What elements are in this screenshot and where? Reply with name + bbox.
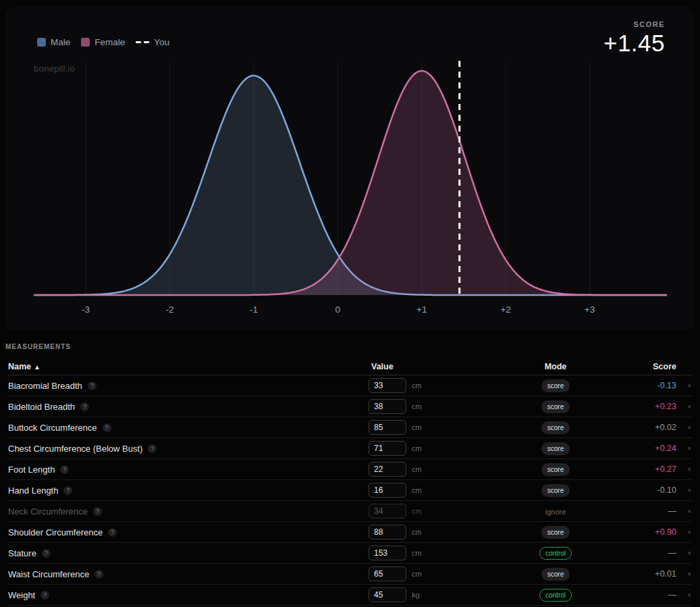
value-input[interactable]	[369, 378, 406, 393]
mode-badge-control[interactable]: control	[539, 589, 572, 602]
unit-label: cm	[412, 528, 422, 536]
value-input[interactable]	[369, 504, 406, 519]
legend-label: Female	[95, 37, 125, 47]
x-tick-label: -1	[250, 305, 258, 315]
measurement-name: Buttock Circumference	[8, 423, 97, 433]
row-score: +0.90	[599, 527, 676, 537]
remove-row-button[interactable]: ×	[676, 571, 692, 578]
measurement-row: Waist Circumference?cmscore+0.01×	[8, 564, 692, 585]
measurement-row: Neck Circumference?cmignore—×	[8, 501, 692, 522]
unit-label: cm	[412, 465, 422, 473]
value-input[interactable]	[369, 399, 406, 414]
row-score: +0.24	[599, 444, 676, 453]
measurement-name: Waist Circumference	[8, 569, 89, 579]
mode-badge-score[interactable]: score	[541, 400, 570, 413]
unit-label: cm	[412, 402, 422, 411]
dash-line-icon	[136, 41, 149, 43]
row-score: +0.23	[599, 402, 676, 411]
unit-label: cm	[412, 570, 422, 578]
help-icon[interactable]: ?	[42, 549, 51, 558]
score-box: SCORE +1.45	[603, 20, 665, 57]
measurement-name: Shoulder Circumference	[8, 527, 103, 537]
mode-badge-score[interactable]: score	[541, 568, 570, 581]
measurements-section-label: MEASUREMENTS	[5, 343, 700, 350]
mode-badge-ignore[interactable]: ignore	[545, 508, 566, 516]
help-icon[interactable]: ?	[95, 570, 103, 579]
mode-badge-score[interactable]: score	[541, 526, 570, 539]
female-distribution-area	[34, 71, 667, 295]
measurement-row: Stature?cmcontrol—×	[8, 543, 692, 564]
distribution-plot: -3-2-10+1+2+3	[34, 53, 678, 319]
male-swatch-icon	[37, 38, 46, 47]
value-input[interactable]	[369, 566, 406, 581]
remove-row-button[interactable]: ×	[676, 382, 692, 390]
mode-badge-score[interactable]: score	[541, 379, 570, 392]
help-icon[interactable]: ?	[108, 528, 117, 537]
unit-label: cm	[412, 444, 422, 452]
measurement-row: Foot Length?cmscore+0.27×	[8, 459, 692, 480]
help-icon[interactable]: ?	[41, 591, 49, 600]
measurement-row: Bideltoid Breadth?cmscore+0.23×	[8, 396, 692, 417]
sort-ascending-icon: ▲	[34, 363, 41, 371]
help-icon[interactable]: ?	[80, 402, 89, 411]
legend-label: Male	[51, 37, 70, 47]
column-header-mode[interactable]: Mode	[512, 362, 599, 371]
remove-row-button[interactable]: ×	[676, 445, 692, 452]
remove-row-button[interactable]: ×	[676, 466, 692, 473]
value-input[interactable]	[369, 462, 406, 477]
measurement-row: Weight?kgcontrol—×	[8, 585, 692, 606]
column-header-value[interactable]: Value	[369, 362, 512, 371]
help-icon[interactable]: ?	[88, 381, 97, 390]
x-tick-label: -2	[166, 305, 174, 315]
measurement-row: Shoulder Circumference?cmscore+0.90×	[8, 522, 692, 543]
remove-row-button[interactable]: ×	[676, 529, 692, 536]
row-score: -0.10	[599, 485, 676, 495]
unit-label: cm	[412, 549, 422, 557]
legend-item-male[interactable]: Male	[37, 37, 70, 47]
mode-badge-score[interactable]: score	[541, 421, 570, 434]
row-score: +0.02	[599, 423, 676, 432]
column-header-score[interactable]: Score	[599, 362, 676, 371]
remove-row-button[interactable]: ×	[676, 424, 692, 431]
remove-row-button[interactable]: ×	[676, 508, 692, 515]
row-score: +0.27	[599, 465, 676, 474]
value-input[interactable]	[369, 441, 406, 456]
distribution-chart-card: MaleFemaleYou SCORE +1.45 bonepill.io -3…	[5, 7, 695, 330]
mode-badge-control[interactable]: control	[539, 547, 572, 560]
measurement-name: Chest Circumference (Below Bust)	[8, 444, 142, 454]
unit-label: cm	[412, 486, 422, 494]
value-input[interactable]	[369, 587, 406, 602]
remove-row-button[interactable]: ×	[676, 487, 692, 494]
help-icon[interactable]: ?	[60, 465, 69, 474]
measurement-name: Hand Length	[8, 485, 58, 496]
measurement-name: Neck Circumference	[8, 506, 88, 517]
measurement-name: Biacromial Breadth	[8, 381, 82, 391]
help-icon[interactable]: ?	[148, 444, 157, 453]
legend-item-you[interactable]: You	[136, 37, 169, 47]
value-input[interactable]	[369, 483, 406, 498]
help-icon[interactable]: ?	[63, 486, 72, 495]
value-input[interactable]	[369, 525, 406, 539]
value-input[interactable]	[369, 546, 406, 560]
measurement-row: Buttock Circumference?cmscore+0.02×	[8, 417, 692, 438]
chart-legend: MaleFemaleYou	[37, 37, 169, 47]
value-input[interactable]	[369, 420, 406, 435]
mode-badge-score[interactable]: score	[541, 484, 570, 497]
measurements-section: MEASUREMENTS Name▲ Value Mode Score Biac…	[0, 330, 700, 606]
help-icon[interactable]: ?	[103, 423, 111, 432]
legend-item-female[interactable]: Female	[81, 37, 125, 47]
x-tick-label: +1	[416, 305, 427, 315]
row-score: —	[599, 590, 676, 600]
measurement-row: Hand Length?cmscore-0.10×	[8, 480, 692, 501]
measurement-row: Biacromial Breadth?cmscore-0.13×	[8, 375, 692, 396]
mode-badge-score[interactable]: score	[541, 463, 570, 476]
score-label: SCORE	[603, 20, 665, 28]
remove-row-button[interactable]: ×	[676, 591, 692, 599]
remove-row-button[interactable]: ×	[676, 550, 692, 557]
help-icon[interactable]: ?	[93, 507, 102, 516]
x-tick-label: 0	[335, 305, 341, 315]
table-header-row: Name▲ Value Mode Score	[8, 360, 692, 375]
column-header-name[interactable]: Name▲	[8, 362, 369, 371]
mode-badge-score[interactable]: score	[541, 442, 570, 455]
remove-row-button[interactable]: ×	[676, 403, 692, 411]
